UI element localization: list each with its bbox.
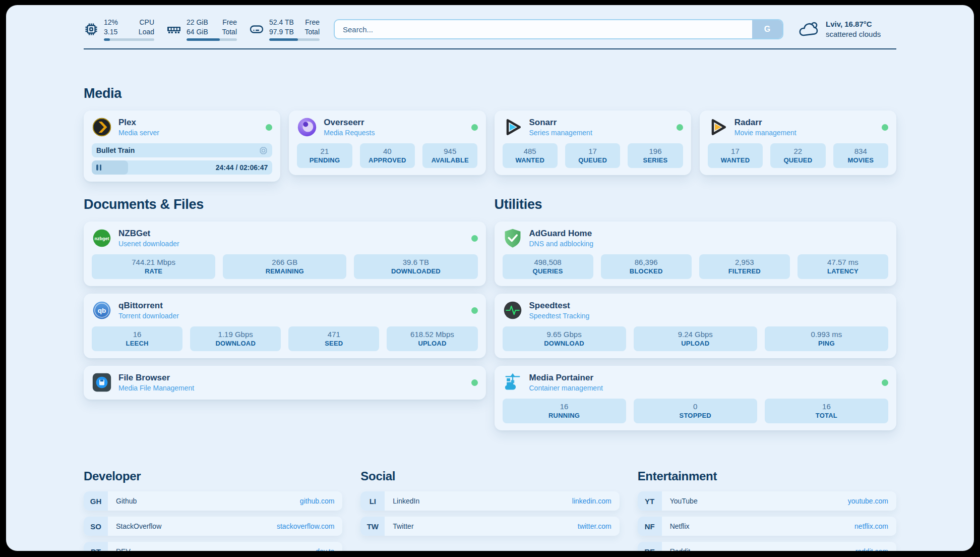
memory-total-value: 64 GiB [187,27,208,36]
stat-label: QUEUED [772,156,823,164]
service-name: AdGuard Home [529,229,594,239]
service-card-file-browser[interactable]: File BrowserMedia File Management [84,366,486,400]
weather-condition: scattered clouds [826,29,881,39]
service-card-nzbget[interactable]: nzbgetNZBGetUsenet downloader744.21 Mbps… [84,221,486,286]
bookmark-abbr: SO [84,517,108,536]
bookmark-reddit[interactable]: RERedditreddit.com [638,542,896,551]
stat-label: AVAILABLE [424,156,475,164]
stat-upload: 9.24 GbpsUPLOAD [634,326,757,351]
service-card-speedtest[interactable]: SpeedtestSpeedtest Tracking9.65 GbpsDOWN… [495,294,897,358]
stat-label: DOWNLOAD [192,340,279,347]
search-input[interactable] [334,19,783,39]
stat-label: TOTAL [767,412,886,419]
nzbget-icon: nzbget [92,228,112,248]
stat-value: 0.993 ms [767,330,886,339]
stat-label: APPROVED [362,156,413,164]
cpu-icon [84,22,99,37]
service-stats: 9.65 GbpsDOWNLOAD9.24 GbpsUPLOAD0.993 ms… [503,326,889,351]
service-description: Movie management [734,129,797,137]
service-description: Container management [529,384,603,392]
resource-cpu: 12% 3.15 CPU Load [84,18,154,40]
stat-downloaded: 39.6 TBDOWNLOADED [354,254,477,279]
weather-location-temp: Lviv, 16.87°C [826,19,881,29]
service-card-plex[interactable]: PlexMedia serverBullet Train24:44 / 02:0… [84,110,280,182]
bookmark-group-title-developer: Developer [84,469,342,483]
bookmark-abbr: GH [84,491,108,511]
filebrowser-icon [92,372,112,393]
stat-label: STOPPED [636,412,755,419]
service-name: NZBGet [118,229,179,239]
bookmark-group-social: Social LILinkedInlinkedin.comTWTwittertw… [360,469,619,551]
service-card-media-portainer[interactable]: Media PortainerContainer management16RUN… [495,366,897,430]
bookmark-name: Github [116,497,137,505]
stat-value: 744.21 Mbps [94,258,213,266]
bookmark-group-title-entertainment: Entertainment [638,469,896,483]
disk-progress-bar [269,38,320,41]
header-divider [84,48,896,49]
service-card-overseerr[interactable]: OverseerrMedia Requests21PENDING40APPROV… [289,110,485,175]
bookmark-name: DEV [116,547,131,551]
bookmark-name: StackOverflow [116,522,161,530]
service-name: Radarr [734,118,797,128]
social-links: LILinkedInlinkedin.comTWTwittertwitter.c… [360,491,619,536]
bookmark-group-title-social: Social [360,469,619,483]
qbittorrent-icon: qb [92,300,112,320]
service-name: Sonarr [529,118,592,128]
playback-progress-row: 24:44 / 02:06:47 [92,160,272,175]
bookmark-name: Reddit [670,547,690,551]
section-media: Media PlexMedia serverBullet Train24:44 … [84,86,896,182]
stat-label: PING [767,340,886,347]
stat-label: FILTERED [701,267,788,275]
stat-upload: 618.52 MbpsUPLOAD [387,326,477,351]
bookmark-dev[interactable]: DTDEVdev.to [84,542,342,551]
portainer-icon [503,372,523,393]
two-column-area: Documents & Files nzbgetNZBGetUsenet dow… [84,197,896,438]
stat-label: UPLOAD [389,340,475,347]
bookmark-name: LinkedIn [393,497,419,505]
stat-series: 196SERIES [628,143,683,168]
stat-value: 1.19 Gbps [192,330,279,339]
bookmark-linkedin[interactable]: LILinkedInlinkedin.com [360,491,619,511]
camera-viewfinder-icon[interactable] [259,146,268,155]
bookmark-stackoverflow[interactable]: SOStackOverflowstackoverflow.com [84,517,342,536]
stat-latency: 47.57 msLATENCY [798,254,888,279]
section-utilities: Utilities AdGuard HomeDNS and adblocking… [495,197,897,438]
search-provider-button[interactable]: G [752,20,782,38]
service-card-radarr[interactable]: RadarrMovie management17WANTED22QUEUED83… [700,110,896,175]
cpu-load-label: Load [139,27,154,36]
header: 12% 3.15 CPU Load [84,18,896,40]
service-description: Usenet downloader [118,240,179,248]
bookmark-twitter[interactable]: TWTwittertwitter.com [360,517,619,536]
cpu-usage-value: 12% [104,18,118,27]
stat-value: 21 [299,147,350,155]
stat-running: 16RUNNING [503,399,626,423]
service-card-qbittorrent[interactable]: qbqBittorrentTorrent downloader16LEECH1.… [84,294,486,358]
resource-memory: 22 GiB 64 GiB Free Total [166,18,237,40]
bookmark-abbr: TW [360,517,385,536]
now-playing-row: Bullet Train [92,143,272,157]
stat-value: 196 [630,147,681,155]
bookmark-youtube[interactable]: YTYouTubeyoutube.com [638,491,896,511]
section-documents-files: Documents & Files nzbgetNZBGetUsenet dow… [84,197,486,438]
service-description: Media File Management [118,384,194,392]
stat-queries: 498,508QUERIES [503,254,593,279]
stat-queued: 22QUEUED [770,143,825,168]
disk-icon [249,22,264,37]
dashboard-page: 12% 3.15 CPU Load [6,5,974,551]
playback-time: 24:44 / 02:06:47 [216,163,268,172]
stat-total: 16TOTAL [765,399,888,423]
stat-remaining: 266 GBREMAINING [223,254,346,279]
status-dot-online [677,124,683,131]
bookmark-url: reddit.com [855,547,888,551]
status-dot-online [471,307,478,314]
stat-label: UPLOAD [636,340,755,347]
disk-free-label: Free [304,18,320,27]
bookmark-netflix[interactable]: NFNetflixnetflix.com [638,517,896,536]
stat-download: 1.19 GbpsDOWNLOAD [190,326,281,351]
entertainment-links: YTYouTubeyoutube.comNFNetflixnetflix.com… [638,491,896,551]
service-card-adguard-home[interactable]: AdGuard HomeDNS and adblocking498,508QUE… [495,221,897,286]
service-card-sonarr[interactable]: SonarrSeries management485WANTED17QUEUED… [495,110,691,175]
utilities-cards: AdGuard HomeDNS and adblocking498,508QUE… [495,221,897,430]
bookmark-github[interactable]: GHGithubgithub.com [84,491,342,511]
bookmark-url: twitter.com [578,522,611,530]
